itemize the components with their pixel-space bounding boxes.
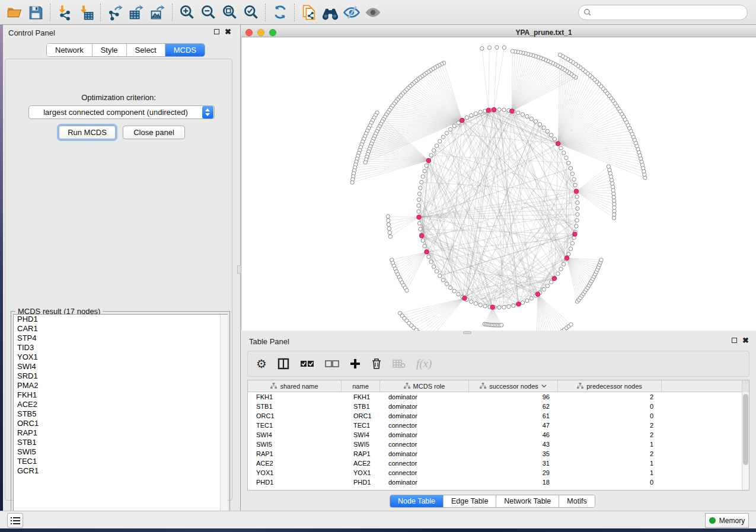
tab-style[interactable]: Style xyxy=(92,44,127,56)
cell-MCDS-role[interactable]: connector xyxy=(380,459,469,468)
column-header-predecessor-nodes[interactable]: predecessor nodes xyxy=(558,380,662,392)
minimize-window-icon[interactable] xyxy=(257,29,264,36)
cell-MCDS-role[interactable]: connector xyxy=(380,421,469,430)
float-panel-icon[interactable] xyxy=(214,29,219,34)
cell-shared-name[interactable]: TEC1 xyxy=(248,421,342,430)
table-row[interactable]: YOX1YOX1connector291 xyxy=(248,468,749,477)
tab-edge-table[interactable]: Edge Table xyxy=(444,495,496,507)
zoom-out-icon[interactable] xyxy=(197,2,219,23)
cell-shared-name[interactable]: STB1 xyxy=(248,402,342,411)
memory-button[interactable]: Memory xyxy=(705,513,749,528)
cell-shared-name[interactable]: PHD1 xyxy=(248,477,342,487)
mcds-node[interactable] xyxy=(462,296,467,301)
mcds-result-item[interactable]: ORC1 xyxy=(14,419,227,428)
show-graphics-icon[interactable] xyxy=(362,2,384,23)
cell-predecessor-nodes[interactable]: 0 xyxy=(558,411,662,421)
table-scrollbar[interactable] xyxy=(742,392,749,490)
table-row[interactable]: RAP1RAP1dominator352 xyxy=(248,449,749,459)
cell-shared-name[interactable]: SWI5 xyxy=(248,440,342,449)
cell-MCDS-role[interactable]: dominator xyxy=(380,402,469,411)
mcds-node[interactable] xyxy=(486,108,491,113)
horizontal-splitter[interactable] xyxy=(241,331,756,335)
mcds-result-item[interactable]: TEC1 xyxy=(14,457,227,466)
criterion-dropdown[interactable]: largest connected component (undirected) xyxy=(28,105,215,119)
cell-shared-name[interactable]: SWI4 xyxy=(248,430,342,440)
panel-list-button[interactable] xyxy=(7,513,23,528)
float-panel-icon[interactable] xyxy=(732,338,737,343)
cell-MCDS-role[interactable]: connector xyxy=(380,440,469,449)
mcds-node[interactable] xyxy=(425,249,429,254)
table-row[interactable]: FKH1FKH1dominator962 xyxy=(248,392,749,402)
network-canvas[interactable] xyxy=(241,37,756,331)
mcds-node[interactable] xyxy=(460,118,464,123)
mcds-node[interactable] xyxy=(535,292,540,297)
cell-successor-nodes[interactable]: 46 xyxy=(469,430,558,440)
cell-successor-nodes[interactable]: 96 xyxy=(469,392,558,402)
save-session-icon[interactable] xyxy=(25,2,46,23)
export-network-icon[interactable] xyxy=(104,2,126,23)
run-mcds-button[interactable]: Run MCDS xyxy=(59,126,116,139)
column-header-shared-name[interactable]: shared name xyxy=(248,380,342,392)
cell-predecessor-nodes[interactable]: 1 xyxy=(558,468,662,477)
table-settings-icon[interactable]: ⚙ xyxy=(256,355,267,373)
tab-network-table[interactable]: Network Table xyxy=(496,495,559,507)
zoom-in-icon[interactable] xyxy=(176,2,197,23)
search-input[interactable] xyxy=(592,8,747,17)
cell-predecessor-nodes[interactable]: 1 xyxy=(558,459,662,468)
cell-MCDS-role[interactable]: dominator xyxy=(380,411,469,421)
export-image-icon[interactable] xyxy=(147,2,168,23)
mcds-result-list[interactable]: PHD1CAR1STP4TID3YOX1SWI4SRD1PMA2FKH1ACE2… xyxy=(13,314,228,524)
mcds-result-item[interactable]: PMA2 xyxy=(14,381,227,390)
mcds-node[interactable] xyxy=(419,233,424,238)
cell-predecessor-nodes[interactable]: 0 xyxy=(558,477,662,487)
cell-shared-name[interactable]: ORC1 xyxy=(248,411,342,421)
close-panel-button[interactable]: Close panel xyxy=(123,126,185,139)
table-row[interactable]: PHD1PHD1dominator180 xyxy=(248,477,749,487)
tab-network[interactable]: Network xyxy=(47,44,92,56)
mcds-result-item[interactable]: SWI4 xyxy=(14,362,227,371)
cell-successor-nodes[interactable]: 18 xyxy=(469,477,558,487)
cell-predecessor-nodes[interactable]: 0 xyxy=(558,402,662,411)
mcds-node[interactable] xyxy=(564,256,569,261)
table-row[interactable]: ORC1ORC1dominator610 xyxy=(248,411,749,421)
column-header-name[interactable]: name xyxy=(342,380,380,392)
table-row[interactable]: ACE2ACE2connector311 xyxy=(248,459,749,468)
mcds-result-item[interactable]: STP4 xyxy=(14,334,227,343)
cell-predecessor-nodes[interactable]: 1 xyxy=(558,440,662,449)
zoom-fit-icon[interactable] xyxy=(219,2,240,23)
search-field[interactable] xyxy=(578,5,748,20)
table-row[interactable]: SWI5SWI5connector431 xyxy=(248,440,749,449)
import-network-icon[interactable] xyxy=(54,2,75,23)
cell-name[interactable]: YOX1 xyxy=(342,468,380,477)
mcds-result-item[interactable]: GCR1 xyxy=(14,466,227,476)
table-row[interactable]: STB1STB1dominator620 xyxy=(248,402,749,411)
mcds-result-item[interactable]: ACE2 xyxy=(14,400,227,409)
cell-successor-nodes[interactable]: 61 xyxy=(469,411,558,421)
cell-shared-name[interactable]: YOX1 xyxy=(248,468,342,477)
tab-motifs[interactable]: Motifs xyxy=(559,495,594,507)
column-header-MCDS-role[interactable]: MCDS role xyxy=(380,380,469,392)
splitter-grip[interactable] xyxy=(237,265,241,274)
mcds-result-item[interactable]: SWI5 xyxy=(14,447,227,457)
cell-name[interactable]: ACE2 xyxy=(342,459,380,468)
mcds-node[interactable] xyxy=(556,142,560,146)
tab-mcds[interactable]: MCDS xyxy=(165,44,205,56)
table-row[interactable]: SWI4SWI4dominator462 xyxy=(248,430,749,440)
add-column-icon[interactable] xyxy=(350,355,361,373)
cell-name[interactable]: PHD1 xyxy=(342,477,380,487)
mcds-result-item[interactable]: RAP1 xyxy=(14,428,227,438)
mcds-result-item[interactable]: TID3 xyxy=(14,343,227,352)
export-table-icon[interactable] xyxy=(126,2,147,23)
cell-predecessor-nodes[interactable]: 2 xyxy=(558,392,662,402)
cell-successor-nodes[interactable]: 62 xyxy=(469,402,558,411)
close-window-icon[interactable] xyxy=(245,29,253,36)
open-session-icon[interactable] xyxy=(4,2,25,23)
cell-predecessor-nodes[interactable]: 2 xyxy=(558,421,662,430)
vertical-splitter[interactable] xyxy=(237,25,241,511)
cell-name[interactable]: SWI4 xyxy=(342,430,380,440)
cell-predecessor-nodes[interactable]: 2 xyxy=(558,430,662,440)
search-network-icon[interactable] xyxy=(320,2,341,23)
mcds-node[interactable] xyxy=(426,158,431,163)
mcds-node[interactable] xyxy=(552,276,557,281)
table-row[interactable]: TEC1TEC1connector472 xyxy=(248,421,749,430)
